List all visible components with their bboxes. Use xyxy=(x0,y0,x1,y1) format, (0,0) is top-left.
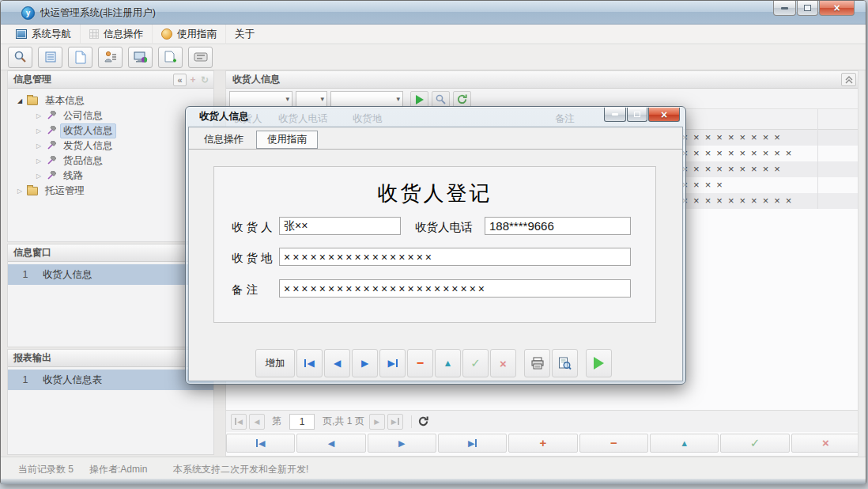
user-report-button[interactable] xyxy=(98,47,123,68)
confirm-button[interactable]: ✓ xyxy=(720,434,789,453)
expanded-arrow-icon[interactable]: ◢ xyxy=(16,97,24,104)
dialog-minimize-button[interactable] xyxy=(604,108,626,122)
phone-input[interactable] xyxy=(485,217,631,235)
status-note: 本系统支持二次开发和全新开发! xyxy=(173,463,308,476)
menu-guide[interactable]: 使用指南 xyxy=(153,25,226,44)
consignee-input[interactable] xyxy=(279,217,401,235)
collapsed-arrow-icon[interactable]: ▷ xyxy=(35,157,43,165)
delete-record-button[interactable]: − xyxy=(579,434,648,453)
refresh-button[interactable] xyxy=(453,91,471,108)
cancel-button[interactable]: × xyxy=(490,349,516,377)
tree-node-consignee-info[interactable]: ▷ 收货人信息 xyxy=(8,123,213,138)
first-record-button[interactable]: ◀ xyxy=(296,349,323,377)
search-button[interactable] xyxy=(8,47,32,68)
list-item[interactable]: 1 收货人信息表 xyxy=(8,370,213,390)
next-record-button[interactable]: ▶ xyxy=(352,349,378,377)
confirm-button[interactable]: ✓ xyxy=(462,349,489,377)
execute-button[interactable] xyxy=(586,349,612,377)
prev-record-button[interactable]: ◀ xyxy=(324,349,350,377)
page-prefix-label: 第 xyxy=(272,415,281,428)
close-icon: × xyxy=(833,2,840,13)
maximize-icon xyxy=(634,112,640,117)
edit-record-button[interactable]: ▲ xyxy=(650,434,719,453)
page-number-input[interactable] xyxy=(289,414,315,430)
collapsed-arrow-icon[interactable]: ▷ xyxy=(16,188,24,195)
list-item[interactable]: 1 收货人信息 xyxy=(8,264,213,285)
next-page-button[interactable]: ▶ xyxy=(369,414,385,430)
app-logo-icon: y xyxy=(21,6,35,20)
last-record-button[interactable]: ▶ xyxy=(438,434,507,453)
restore-button[interactable] xyxy=(797,1,818,16)
minimize-button[interactable] xyxy=(773,1,796,16)
collapsed-arrow-icon[interactable]: ▷ xyxy=(35,172,43,180)
consignee-form: 收货人登记 收 货 人 收货人电话 收 货 地 备 注 xyxy=(213,166,656,323)
filter-operator-select[interactable]: ▾ xyxy=(296,91,327,108)
last-page-button[interactable]: ▶ xyxy=(387,414,403,430)
remark-input[interactable] xyxy=(279,279,631,298)
search-icon xyxy=(13,50,28,64)
menu-about[interactable]: 关于 xyxy=(226,25,263,44)
tab-guide[interactable]: 使用指南 xyxy=(256,131,318,149)
form-button[interactable] xyxy=(38,47,62,68)
user-report-icon xyxy=(104,51,117,63)
status-bar: 当前记录数 5 操作者:Admin 本系统支持二次开发和全新开发! xyxy=(1,457,866,479)
cancel-button[interactable]: × xyxy=(791,434,860,453)
next-record-button[interactable]: ▶ xyxy=(368,434,436,453)
filter-field-select[interactable]: ▾ xyxy=(229,91,292,108)
filter-value-select[interactable]: ▾ xyxy=(330,91,403,108)
collapsed-arrow-icon[interactable]: ▷ xyxy=(35,142,43,150)
refresh-grid-icon[interactable] xyxy=(417,415,429,427)
monitor-button[interactable] xyxy=(128,47,153,68)
tree-node-routes[interactable]: ▷ 线路 xyxy=(8,169,213,184)
dialog-maximize-button[interactable] xyxy=(627,108,647,122)
play-icon xyxy=(594,357,604,370)
tree-node-basic-info[interactable]: ◢ 基本信息 xyxy=(8,93,213,108)
collapsed-arrow-icon[interactable]: ▷ xyxy=(35,112,43,119)
vertical-scrollbar[interactable] xyxy=(858,70,864,457)
first-record-icon: ◀ xyxy=(307,358,314,369)
tool-icon xyxy=(46,111,56,121)
first-page-button[interactable]: ◀ xyxy=(231,414,247,430)
add-icon[interactable]: + xyxy=(187,74,198,86)
run-query-button[interactable] xyxy=(410,91,428,108)
edit-record-button[interactable]: ▲ xyxy=(435,349,461,377)
dialog-close-button[interactable]: × xyxy=(648,108,680,122)
prev-page-button[interactable]: ◀ xyxy=(249,414,265,430)
add-button[interactable]: 增加 xyxy=(255,349,295,377)
advanced-search-button[interactable] xyxy=(432,91,450,108)
x-icon: × xyxy=(822,438,829,449)
close-button[interactable]: × xyxy=(819,1,855,16)
last-record-button[interactable]: ▶ xyxy=(379,349,406,377)
tree-node-goods-info[interactable]: ▷ 货品信息 xyxy=(8,154,213,169)
tree-node-shipper-info[interactable]: ▷ 发货人信息 xyxy=(8,138,213,154)
tool-icon xyxy=(46,156,56,166)
check-icon: ✓ xyxy=(470,356,481,370)
first-record-button[interactable]: ◀ xyxy=(226,434,295,453)
print-button[interactable] xyxy=(524,349,550,377)
consignee-dialog: 收货人信息 × 信息操作 使用指南 收货人登记 收 货 人 收货人电话 收 货 … xyxy=(185,106,686,385)
delete-record-button[interactable]: − xyxy=(407,349,433,377)
prev-record-button[interactable]: ◀ xyxy=(296,434,365,453)
collapsed-arrow-icon[interactable]: ▷ xyxy=(35,127,43,135)
preview-button[interactable] xyxy=(552,349,578,377)
address-input[interactable] xyxy=(279,248,631,266)
window-icon xyxy=(16,29,27,39)
tree-node-company-info[interactable]: ▷ 公司信息 xyxy=(8,108,213,123)
tree-node-shipping-mgmt[interactable]: ▷ 托运管理 xyxy=(8,184,213,199)
add-record-button[interactable]: + xyxy=(508,434,577,453)
menu-info-ops[interactable]: 信息操作 xyxy=(81,25,153,44)
tab-info-ops[interactable]: 信息操作 xyxy=(194,131,254,149)
next-page-icon: ▶ xyxy=(374,418,379,426)
close-icon: × xyxy=(661,109,667,120)
collapse-panel-button[interactable] xyxy=(841,73,856,86)
menu-system-nav[interactable]: 系统导航 xyxy=(7,25,81,44)
info-window-panel: 信息窗口 1 收货人信息 xyxy=(7,244,214,347)
doc-add-button[interactable] xyxy=(158,47,183,68)
next-record-icon: ▶ xyxy=(361,358,368,369)
collapse-sidebar-button[interactable]: « xyxy=(173,74,187,86)
window-bottom-edge xyxy=(1,479,866,484)
refresh-icon[interactable]: ↻ xyxy=(199,74,210,86)
document-button[interactable] xyxy=(68,47,92,68)
tray-button[interactable] xyxy=(188,47,213,68)
remark-label: 备 注 xyxy=(232,282,258,298)
